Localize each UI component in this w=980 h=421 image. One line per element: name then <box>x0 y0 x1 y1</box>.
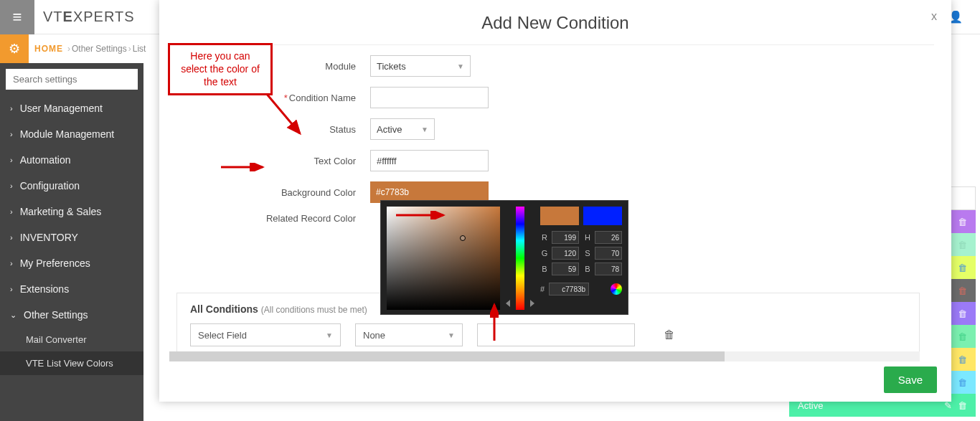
sidebar-item[interactable]: ›Marketing & Sales <box>0 199 143 224</box>
modal-title: Add New Condition <box>176 13 934 33</box>
picker-s-input[interactable] <box>595 247 622 260</box>
sidebar-item-label: My Preferences <box>20 257 90 269</box>
chevron-icon: › <box>10 285 13 293</box>
picker-b-input[interactable] <box>552 262 579 275</box>
sidebar-item-label: Extensions <box>20 283 69 295</box>
sidebar-item-label: Module Management <box>20 128 115 140</box>
breadcrumb-seg[interactable]: List <box>133 44 146 54</box>
trash-icon[interactable]: 🗑 <box>958 331 967 342</box>
sidebar-item-label: Automation <box>20 154 71 166</box>
sidebar: ›User Management›Module Management›Autom… <box>0 63 143 421</box>
text-color-input[interactable]: #ffffff <box>370 150 489 171</box>
label-related-color: Related Record Color <box>176 213 370 224</box>
sidebar-item[interactable]: ›My Preferences <box>0 250 143 276</box>
annotation-callout: Here you can select the color of the tex… <box>168 43 273 95</box>
sv-cursor[interactable] <box>460 235 466 241</box>
condition-field-select[interactable]: Select Field▼ <box>190 323 341 346</box>
label-text-color: Text Color <box>176 156 370 166</box>
trash-icon[interactable]: 🗑 <box>958 285 967 296</box>
picker-g-input[interactable] <box>552 247 579 260</box>
module-select[interactable]: Tickets▼ <box>370 55 471 77</box>
sidebar-item-label: User Management <box>20 103 103 114</box>
modal-scrollbar[interactable] <box>169 351 920 361</box>
trash-icon[interactable]: 🗑 <box>664 328 675 341</box>
breadcrumb-home[interactable]: HOME <box>34 44 63 54</box>
chevron-icon: › <box>10 130 13 138</box>
chevron-icon: ⌄ <box>10 311 17 320</box>
chevron-icon: › <box>10 104 13 113</box>
hue-arrow-right <box>530 300 534 307</box>
sv-area[interactable] <box>387 207 500 310</box>
close-icon[interactable]: x <box>931 10 937 23</box>
sidebar-item[interactable]: ›Automation <box>0 147 143 173</box>
breadcrumb-seg[interactable]: Other Settings <box>72 44 127 54</box>
save-button[interactable]: Save <box>884 366 937 393</box>
sidebar-item[interactable]: ›Configuration <box>0 173 143 199</box>
sidebar-item[interactable]: ⌄Other Settings <box>0 302 143 328</box>
label-bg-color: Background Color <box>176 187 370 198</box>
trash-icon[interactable]: 🗑 <box>958 308 967 319</box>
current-swatch[interactable] <box>540 207 579 225</box>
sidebar-item-label: Marketing & Sales <box>20 206 102 217</box>
trash-icon[interactable]: 🗑 <box>958 354 967 365</box>
chevron-icon: › <box>10 156 13 164</box>
logo: VTEXPERTS <box>34 9 143 25</box>
chevron-icon: › <box>10 207 13 216</box>
trash-icon[interactable]: 🗑 <box>958 240 967 250</box>
hamburger-menu[interactable]: ≡ <box>0 0 34 34</box>
breadcrumb: HOME › Other Settings › List <box>34 34 146 63</box>
gear-icon[interactable]: ⚙ <box>0 34 29 63</box>
trash-icon[interactable]: 🗑 <box>958 262 967 273</box>
search-input[interactable] <box>6 69 138 90</box>
sidebar-item[interactable]: ›Module Management <box>0 121 143 147</box>
sidebar-subitem[interactable]: Mail Converter <box>0 328 143 351</box>
trash-icon[interactable]: 🗑 <box>958 400 967 411</box>
trash-icon[interactable]: 🗑 <box>958 217 967 227</box>
trash-icon[interactable]: 🗑 <box>958 377 967 388</box>
sidebar-item-label: Other Settings <box>24 309 88 321</box>
condition-value-input[interactable] <box>477 323 635 346</box>
sidebar-item-label: Configuration <box>20 180 80 191</box>
sidebar-subitem[interactable]: VTE List View Colors <box>0 351 143 375</box>
color-wheel-icon[interactable] <box>611 283 622 295</box>
chevron-icon: › <box>10 233 13 242</box>
sidebar-item[interactable]: ›INVENTORY <box>0 224 143 250</box>
hue-arrow-left <box>506 300 510 307</box>
condition-name-input[interactable] <box>370 87 489 108</box>
picker-bv-input[interactable] <box>595 262 622 275</box>
sidebar-item[interactable]: ›User Management <box>0 95 143 121</box>
sidebar-item-label: INVENTORY <box>20 232 78 243</box>
status-select[interactable]: Active▼ <box>370 118 435 140</box>
chevron-icon: › <box>10 259 13 268</box>
compare-swatch[interactable] <box>583 207 622 225</box>
picker-hex-input[interactable] <box>549 283 589 295</box>
picker-h-input[interactable] <box>595 231 622 244</box>
sidebar-item[interactable]: ›Extensions <box>0 276 143 302</box>
add-condition-modal: x Add New Condition Module Tickets▼ *Con… <box>159 0 951 402</box>
hue-slider[interactable] <box>516 207 524 310</box>
condition-operator-select[interactable]: None▼ <box>355 323 463 346</box>
picker-r-input[interactable] <box>552 231 579 244</box>
chevron-icon: › <box>10 181 13 190</box>
